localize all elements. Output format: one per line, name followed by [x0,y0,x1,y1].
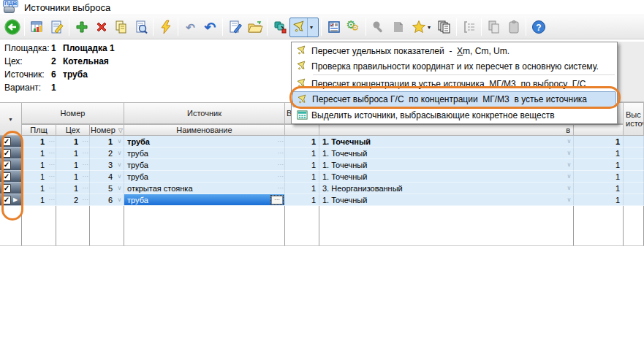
list-outline-button[interactable] [459,18,479,37]
row-select-checkbox[interactable]: ✓ [0,136,22,148]
cell-value: 1 [22,149,48,158]
cell-num[interactable]: 5∨ [90,183,124,194]
cell-type[interactable]: 1. Точечный∨ [319,159,574,171]
row-select-checkbox[interactable]: ✓ [0,159,22,171]
row-select-checkbox[interactable]: ✓ [0,171,22,183]
gears-button[interactable]: ⚙ ⚙ [344,18,363,37]
cell-ceh[interactable]: 1⋯ [56,136,90,148]
cell-count[interactable]: 1 [574,194,624,206]
select-all-header[interactable]: ▼ [0,102,22,136]
cell-variant[interactable]: 1 [285,194,319,206]
delete-button[interactable] [91,18,111,37]
cell-ceh[interactable]: 2⋯ [56,194,90,206]
cell-num[interactable]: 6∨ [90,194,124,206]
preview-button[interactable] [131,18,151,37]
group-header-number[interactable]: Номер [22,102,124,124]
form-options-button[interactable] [324,18,344,37]
cell-count[interactable]: 1 [574,148,624,159]
cell-plq[interactable]: 1⋯ [22,148,56,159]
cell-num[interactable]: 4∨ [90,171,124,183]
back-button[interactable] [2,18,22,37]
cell-count[interactable]: 1 [574,159,624,171]
cell-count[interactable]: 1 [574,183,624,194]
open-folder-button[interactable] [245,18,265,37]
menu-item-select-sources[interactable]: Выделить источники, выбрасывающие конкре… [292,107,616,123]
filter-dropdown-arrow-icon[interactable]: ▾ [307,18,316,37]
column-header-count[interactable] [574,124,624,136]
paste-button[interactable] [504,18,523,37]
cell-name[interactable]: труба⋯ [124,148,285,159]
favorites-dropdown-arrow-icon[interactable]: ▾ [428,24,431,31]
favorites-button[interactable]: ▾ [408,18,434,37]
cell-variant[interactable]: 1 [285,148,319,159]
help-button[interactable]: ? [529,18,548,37]
column-header-ceh[interactable]: Цех [56,124,90,136]
cell-name[interactable]: труба⋯ [124,171,285,183]
cell-count[interactable]: 1 [574,136,624,148]
menu-item-check-coordinates[interactable]: Проверка правильности координат и их пер… [292,58,616,74]
column-header-num[interactable]: Номер ▽ [90,124,124,136]
menu-item-recalc-specific[interactable]: Пересчет удельных показателей - Xm, Cm, … [292,43,616,58]
cell-type[interactable]: 1. Точечный∨ [319,148,574,159]
cell-variant[interactable]: 1 [285,171,319,183]
add-button[interactable] [72,18,91,37]
row-select-checkbox[interactable]: ✓ [0,148,22,159]
column-header-variant[interactable] [285,124,319,136]
report-table-button[interactable] [27,18,47,37]
edit-doc-button[interactable] [225,18,245,37]
cell-count[interactable]: 1 [574,171,624,183]
cell-type[interactable]: 1. Точечный∨ [319,136,574,148]
row-select-checkbox[interactable]: ✓▶ [0,194,22,206]
blank-page-button[interactable] [388,18,408,37]
cell-num[interactable]: 2∨ [90,148,124,159]
group-header-source[interactable]: Источник [124,102,285,124]
menu-item-recalc-emission[interactable]: Пересчет выброса Г/С по концентрации МГ/… [292,91,616,107]
filter-button[interactable]: ▾ [289,18,319,37]
cell-name[interactable]: труба··· [124,194,285,206]
cell-height[interactable] [624,183,644,194]
column-header-plq[interactable]: Плщ [22,124,56,136]
cell-ceh[interactable]: 1⋯ [56,171,90,183]
cell-value: 1 [56,137,81,146]
cell-num[interactable]: 1∨ [90,136,124,148]
cell-height[interactable] [624,148,644,159]
cell-ceh[interactable]: 1⋯ [56,148,90,159]
cell-plq[interactable]: 1⋯ [22,194,56,206]
cell-ceh[interactable]: 1⋯ [56,159,90,171]
cell-plq[interactable]: 1⋯ [22,171,56,183]
undo-button[interactable]: ↶ [200,18,220,37]
key-button[interactable] [368,18,388,37]
cell-variant[interactable]: 1 [285,136,319,148]
cell-num[interactable]: 3∨ [90,159,124,171]
cell-height[interactable] [624,194,644,206]
cell-value: труба [124,172,276,181]
cell-name[interactable]: труба⋯ [124,159,285,171]
cell-variant[interactable]: 1 [285,183,319,194]
transfer-button[interactable] [270,18,289,37]
column-header-name[interactable]: Наименование [124,124,285,136]
cell-name[interactable]: открытая стоянка⋯ [124,183,285,194]
cell-type[interactable]: 1. Точечный∨ [319,194,574,206]
column-header-type[interactable]: в [319,124,574,136]
lightning-button[interactable] [156,18,175,37]
row-select-checkbox[interactable]: ✓ [0,183,22,194]
ellipsis-button[interactable]: ··· [271,196,283,204]
cell-plq[interactable]: 1⋯ [22,159,56,171]
cell-ceh[interactable]: 1⋯ [56,183,90,194]
cell-height[interactable] [624,171,644,183]
cell-variant[interactable]: 1 [285,159,319,171]
copy-pages-button[interactable] [484,18,504,37]
undo-small-button[interactable]: ↶ [181,18,200,37]
column-header-height[interactable]: Выс источ [624,102,644,136]
copies-button[interactable] [434,18,454,37]
cell-plq[interactable]: 1⋯ [22,183,56,194]
cell-type[interactable]: 1. Точечный∨ [319,171,574,183]
cell-height[interactable] [624,136,644,148]
cell-name[interactable]: труба⋯ [124,136,285,148]
menu-item-recalc-concentration[interactable]: Пересчет концентрации в устье источника … [292,76,616,91]
edit-card-button[interactable] [47,18,67,37]
cell-type[interactable]: 3. Неорганизованный∨ [319,183,574,194]
copy-button[interactable] [111,18,131,37]
cell-plq[interactable]: 1⋯ [22,136,56,148]
cell-height[interactable] [624,159,644,171]
